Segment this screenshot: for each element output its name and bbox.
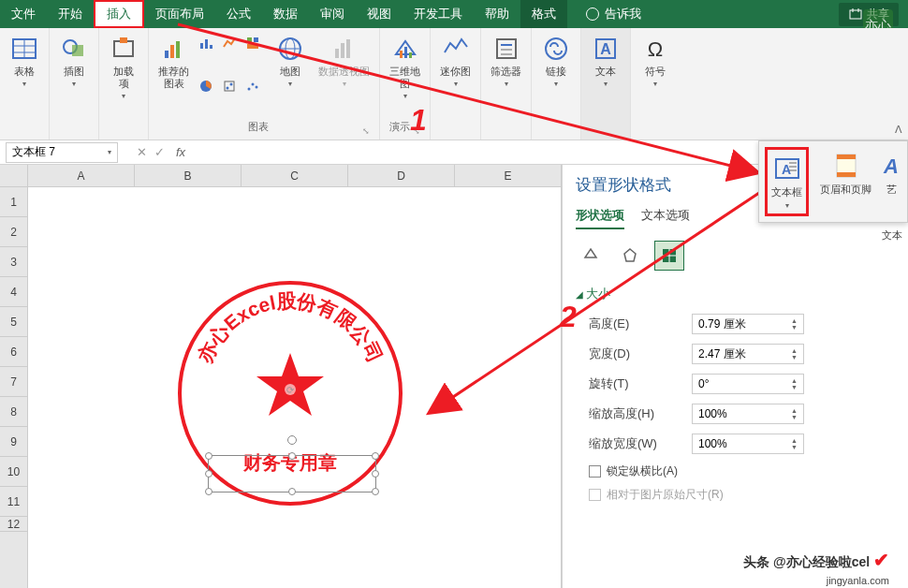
dropdown-arrow-icon: ▾ (108, 148, 111, 156)
row-header[interactable]: 1 (0, 187, 27, 217)
spinner-icon[interactable]: ▲▼ (791, 347, 798, 360)
hierarchy-chart-icon[interactable] (245, 36, 260, 51)
3d-map-button[interactable]: 三维地 图 ▾ (386, 32, 424, 102)
line-chart-icon[interactable] (222, 36, 237, 51)
expand-icon[interactable]: ⤡ (362, 126, 373, 136)
resize-handle[interactable] (288, 488, 296, 495)
menu-view[interactable]: 视图 (356, 0, 403, 28)
filter-button[interactable]: 筛选器 ▾ (487, 32, 525, 90)
menu-help[interactable]: 帮助 (474, 0, 520, 28)
symbol-button[interactable]: Ω 符号 ▾ (637, 32, 674, 90)
resize-handle[interactable] (205, 452, 212, 460)
checkbox-icon[interactable] (589, 465, 601, 478)
dropdown-arrow-icon: ▾ (72, 80, 76, 88)
stats-chart-icon[interactable] (222, 79, 237, 94)
width-label: 宽度(D) (589, 345, 692, 362)
resize-handle[interactable] (372, 452, 379, 460)
size-props-icon[interactable] (654, 241, 684, 271)
scale-width-input[interactable]: 100%▲▼ (692, 434, 804, 454)
resize-handle[interactable] (372, 488, 379, 495)
cancel-icon[interactable]: ✕ (137, 145, 147, 159)
illustration-button[interactable]: 插图 ▾ (55, 32, 93, 90)
effects-icon[interactable] (615, 241, 645, 271)
resize-handle[interactable] (205, 488, 212, 495)
collapse-ribbon-icon[interactable]: ᐱ (895, 124, 902, 136)
row-header[interactable]: 2 (0, 217, 27, 247)
resize-handle[interactable] (205, 470, 212, 478)
spinner-icon[interactable]: ▲▼ (791, 407, 798, 420)
row-header[interactable]: 6 (0, 337, 27, 367)
text-button[interactable]: A 文本 ▾ (587, 32, 624, 90)
resize-handle[interactable] (372, 470, 379, 478)
menu-dev[interactable]: 开发工具 (403, 0, 474, 28)
fill-line-icon[interactable] (576, 241, 606, 271)
col-header[interactable]: A (28, 165, 135, 186)
link-button[interactable]: 链接 ▾ (537, 32, 575, 90)
menu-data[interactable]: 数据 (262, 0, 309, 28)
wordart-button[interactable]: A 艺 (883, 147, 900, 216)
shapes-icon (59, 34, 89, 64)
textbox-button[interactable]: A 文本框 ▾ (765, 147, 809, 216)
textbox-selection[interactable] (208, 455, 376, 492)
menu-formula[interactable]: 公式 (215, 0, 262, 28)
name-box-value: 文本框 7 (12, 144, 55, 160)
row-header[interactable]: 11 (0, 487, 27, 517)
row-headers: 1 2 3 4 5 6 7 8 9 10 11 12 (0, 187, 28, 588)
select-all-corner[interactable] (0, 165, 28, 187)
addin-button[interactable]: 加载 项 ▾ (105, 32, 142, 102)
cells-area[interactable]: 亦心Excel股份有限公司 ⟳ 财务专用章 (28, 187, 562, 588)
sparkline-button[interactable]: 迷你图 ▾ (436, 32, 475, 90)
header-footer-button[interactable]: 页眉和页脚 (816, 147, 875, 216)
scatter-chart-icon[interactable] (245, 79, 260, 94)
confirm-icon[interactable]: ✓ (154, 145, 165, 159)
spinner-icon[interactable]: ▲▼ (791, 317, 798, 331)
resize-handle[interactable] (288, 452, 296, 460)
shape-options-tab[interactable]: 形状选项 (576, 207, 624, 229)
row-header[interactable]: 10 (0, 457, 27, 487)
menu-format[interactable]: 格式 (520, 0, 567, 28)
dropdown-arrow-icon: ▾ (343, 80, 346, 88)
svg-point-23 (230, 82, 233, 85)
row-header[interactable]: 5 (0, 307, 27, 337)
scale-height-input[interactable]: 100%▲▼ (692, 404, 804, 424)
row-header[interactable]: 8 (0, 397, 27, 427)
bar-chart-icon[interactable] (198, 36, 213, 51)
svg-rect-21 (225, 81, 234, 91)
width-input[interactable]: 2.47 厘米▲▼ (692, 344, 804, 364)
row-header[interactable]: 4 (0, 277, 27, 307)
tell-me[interactable]: 告诉我 (586, 6, 641, 22)
menu-home[interactable]: 开始 (47, 0, 94, 28)
row-header[interactable]: 3 (0, 247, 27, 277)
relative-original-row[interactable]: 相对于图片原始尺寸(R) (576, 487, 895, 503)
map-button[interactable]: 地图 ▾ (271, 32, 309, 118)
svg-rect-14 (200, 43, 203, 49)
table-button[interactable]: 表格 ▾ (6, 32, 43, 90)
rotation-input[interactable]: 0°▲▼ (692, 374, 804, 394)
menu-insert[interactable]: 插入 (94, 0, 144, 28)
menu-review[interactable]: 审阅 (309, 0, 356, 28)
text-label: 文本 (595, 66, 616, 78)
svg-rect-33 (400, 51, 403, 58)
rotate-handle[interactable] (287, 435, 297, 445)
row-header[interactable]: 12 (0, 517, 27, 532)
spinner-icon[interactable]: ▲▼ (791, 437, 798, 450)
col-header[interactable]: B (135, 165, 242, 186)
recommended-charts-button[interactable]: 推荐的 图表 (154, 32, 193, 118)
pie-chart-icon[interactable] (198, 79, 213, 94)
dropdown-arrow-icon: ▾ (604, 80, 608, 88)
size-section-title[interactable]: 大小 (576, 286, 895, 302)
pivot-chart-button[interactable]: 数据透视图 ▾ (315, 32, 373, 118)
name-box[interactable]: 文本框 7 ▾ (6, 142, 118, 163)
lock-aspect-row[interactable]: 锁定纵横比(A) (576, 463, 895, 479)
height-input[interactable]: 0.79 厘米▲▼ (692, 314, 804, 334)
col-header[interactable]: C (242, 165, 348, 186)
menu-layout[interactable]: 页面布局 (144, 0, 215, 28)
menu-file[interactable]: 文件 (0, 0, 47, 28)
col-header[interactable]: E (455, 165, 562, 186)
text-options-tab[interactable]: 文本选项 (641, 207, 690, 229)
col-header[interactable]: D (348, 165, 455, 186)
spinner-icon[interactable]: ▲▼ (791, 377, 798, 390)
spreadsheet-grid: A B C D E 1 2 3 4 5 6 7 8 9 10 11 12 (0, 165, 562, 588)
row-header[interactable]: 7 (0, 367, 27, 397)
row-header[interactable]: 9 (0, 427, 27, 457)
